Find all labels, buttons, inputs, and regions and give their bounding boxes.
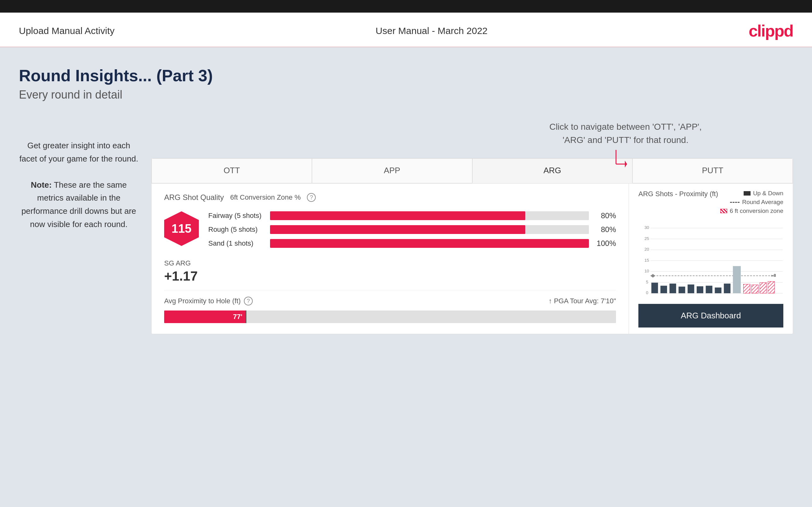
legend-item-updown: Up & Down xyxy=(744,190,783,197)
panel-header: ARG Shot Quality 6ft Conversion Zone % ? xyxy=(164,193,616,202)
shot-pct-sand: 100% xyxy=(594,239,616,248)
arg-dashboard-button[interactable]: ARG Dashboard xyxy=(639,304,783,328)
proximity-bar-value: 77' xyxy=(233,313,242,321)
left-description: Get greater insight into each facet of y… xyxy=(19,139,139,231)
bar-hatched-3 xyxy=(760,283,766,293)
note-label: Note: xyxy=(31,180,52,189)
bar-fill-sand xyxy=(270,239,589,248)
shot-label-fairway: Fairway (5 shots) xyxy=(208,212,265,220)
nav-arrow-icon xyxy=(613,147,638,169)
proximity-header: Avg Proximity to Hole (ft) ? ↑ PGA Tour … xyxy=(164,297,616,305)
sg-label: SG ARG xyxy=(164,259,616,267)
tab-ott[interactable]: OTT xyxy=(152,158,312,183)
svg-marker-2 xyxy=(625,161,627,168)
bar-hatched-4 xyxy=(768,282,774,293)
svg-text:8: 8 xyxy=(773,273,776,278)
card-body: ARG Shot Quality 6ft Conversion Zone % ?… xyxy=(152,184,793,334)
svg-text:5: 5 xyxy=(646,280,648,284)
tab-app[interactable]: APP xyxy=(312,158,472,183)
right-panel: ARG Shots - Proximity (ft) Up & Down Rou… xyxy=(629,184,793,334)
upload-manual-activity: Upload Manual Activity xyxy=(19,25,115,36)
bar-8 xyxy=(715,287,721,293)
proximity-cursor xyxy=(246,311,246,323)
chart-legend: Up & Down Round Average 6 ft conversion … xyxy=(720,190,783,215)
chart-area: 0 5 10 15 20 25 30 xyxy=(639,221,783,297)
left-panel: ARG Shot Quality 6ft Conversion Zone % ?… xyxy=(152,184,629,334)
header: Upload Manual Activity User Manual - Mar… xyxy=(0,13,812,47)
bar-4 xyxy=(678,287,685,293)
hexagon-badge: 115 xyxy=(164,211,199,246)
content-layout: Get greater insight into each facet of y… xyxy=(19,120,793,334)
page-title: Round Insights... (Part 3) xyxy=(19,66,793,85)
svg-text:25: 25 xyxy=(644,236,649,241)
shots-list: Fairway (5 shots) 80% Rough (5 shots) xyxy=(208,211,616,253)
bar-hatched-2 xyxy=(752,285,758,293)
bar-fill-rough xyxy=(270,225,525,234)
proximity-title: Avg Proximity to Hole (ft) ? xyxy=(164,297,253,305)
annotation-text: Click to navigate between 'OTT', 'APP', … xyxy=(549,120,702,147)
chart-header: ARG Shots - Proximity (ft) Up & Down Rou… xyxy=(639,190,783,215)
bar-1 xyxy=(651,283,658,293)
bar-hatched-1 xyxy=(744,284,750,293)
clippd-logo: clippd xyxy=(749,21,793,40)
proximity-chart: 0 5 10 15 20 25 30 xyxy=(639,221,783,296)
proximity-help-icon[interactable]: ? xyxy=(244,297,253,305)
svg-text:15: 15 xyxy=(644,258,649,263)
sg-value: +1.17 xyxy=(164,269,616,284)
legend-hatched-conversion xyxy=(720,209,727,213)
bar-7 xyxy=(706,286,712,293)
svg-text:0: 0 xyxy=(646,290,648,295)
bar-fill-fairway xyxy=(270,211,525,220)
legend-box-updown xyxy=(744,191,751,195)
hexagon-value: 115 xyxy=(171,222,191,235)
shot-bar-rough xyxy=(270,225,589,234)
legend-dashed-avg xyxy=(730,202,740,203)
shot-row-fairway: Fairway (5 shots) 80% xyxy=(208,211,616,220)
svg-text:30: 30 xyxy=(644,225,649,230)
main-card: OTT APP ARG PUTT ARG Shot Quality 6ft Co… xyxy=(151,158,793,334)
svg-text:20: 20 xyxy=(644,247,649,251)
page-subtitle: Every round in detail xyxy=(19,88,793,101)
bar-10 xyxy=(733,266,741,293)
shot-bar-sand xyxy=(270,239,589,248)
proximity-avg: ↑ PGA Tour Avg: 7'10" xyxy=(549,297,616,305)
bar-3 xyxy=(670,284,676,293)
bar-2 xyxy=(660,286,667,293)
legend-label-conversion: 6 ft conversion zone xyxy=(730,208,783,215)
legend-label-updown: Up & Down xyxy=(753,190,783,197)
panel-header-subtitle: 6ft Conversion Zone % xyxy=(230,193,301,202)
bar-5 xyxy=(688,284,694,293)
hexagon-wrapper: 115 Fairway (5 shots) 80% xyxy=(164,211,616,253)
document-title: User Manual - March 2022 xyxy=(375,25,488,36)
shot-pct-rough: 80% xyxy=(594,225,616,234)
panel-header-title: ARG Shot Quality xyxy=(164,193,224,202)
help-icon[interactable]: ? xyxy=(307,193,316,202)
shot-label-rough: Rough (5 shots) xyxy=(208,225,265,234)
proximity-section: Avg Proximity to Hole (ft) ? ↑ PGA Tour … xyxy=(164,290,616,323)
left-description-text: Get greater insight into each facet of y… xyxy=(19,139,139,231)
shot-row-sand: Sand (1 shots) 100% xyxy=(208,239,616,248)
chart-title: ARG Shots - Proximity (ft) xyxy=(639,190,718,198)
proximity-bar: 77' xyxy=(164,311,616,323)
right-section: Click to navigate between 'OTT', 'APP', … xyxy=(151,120,793,334)
top-bar xyxy=(0,0,812,13)
bar-6 xyxy=(697,286,703,293)
shot-row-rough: Rough (5 shots) 80% xyxy=(208,225,616,234)
bar-9 xyxy=(724,284,730,293)
shot-label-sand: Sand (1 shots) xyxy=(208,239,265,247)
proximity-bar-fill: 77' xyxy=(164,311,246,323)
shot-bar-fairway xyxy=(270,211,589,220)
legend-item-conversion: 6 ft conversion zone xyxy=(720,208,783,215)
sg-section: SG ARG +1.17 xyxy=(164,259,616,284)
legend-label-avg: Round Average xyxy=(742,199,783,206)
shot-pct-fairway: 80% xyxy=(594,211,616,220)
svg-marker-18 xyxy=(650,274,655,278)
svg-text:10: 10 xyxy=(644,269,649,273)
main-content: Round Insights... (Part 3) Every round i… xyxy=(0,47,812,507)
legend-item-avg: Round Average xyxy=(730,199,783,206)
